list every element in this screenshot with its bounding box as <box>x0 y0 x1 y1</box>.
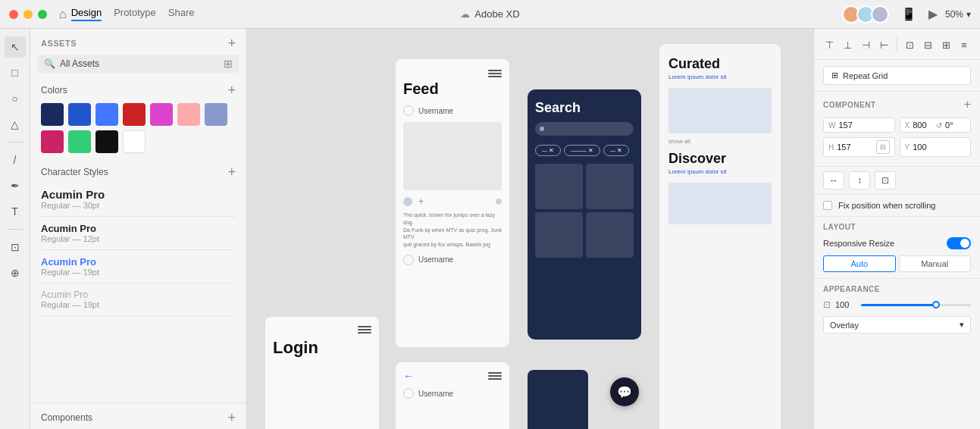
show-all-link[interactable]: show all <box>668 138 772 145</box>
post-menu-icon[interactable] <box>488 372 502 380</box>
char-style-item-2[interactable]: Acumin Pro Regular — 12pt <box>41 217 236 250</box>
auto-manual-row: Auto Manual <box>823 255 971 272</box>
color-swatch-periwinkle[interactable] <box>205 103 227 126</box>
back-arrow-icon[interactable]: ← <box>403 370 414 382</box>
home-icon[interactable]: ⌂ <box>59 8 67 21</box>
frame-login[interactable]: Login <box>265 317 379 429</box>
flip-v-icon[interactable]: ↕ <box>849 171 870 189</box>
width-value: 157 <box>838 121 889 130</box>
pill-3[interactable]: — ✕ <box>603 145 629 156</box>
color-swatch-black[interactable] <box>95 130 118 153</box>
color-swatch-magenta[interactable] <box>41 130 64 153</box>
maximize-button[interactable] <box>38 10 47 19</box>
color-swatch-green[interactable] <box>68 130 91 153</box>
char-style-item-4[interactable]: Acumin Pro Regular — 19pt <box>41 283 236 316</box>
zoom-control[interactable]: 50% ▾ <box>945 9 971 20</box>
select-tool[interactable]: ↖ <box>5 36 26 58</box>
login-menu-icon[interactable] <box>358 326 371 333</box>
nav-share[interactable]: Share <box>168 7 195 21</box>
search-input-bar[interactable] <box>535 122 634 136</box>
responsive-toggle[interactable] <box>947 237 971 249</box>
distribute-equal-icon[interactable]: ⊞ <box>938 35 954 55</box>
component-tool[interactable]: ⊡ <box>5 236 26 258</box>
line-tool[interactable]: / <box>5 149 26 171</box>
close-button[interactable] <box>9 10 18 19</box>
frame-feed[interactable]: Feed Username + The quick, brown fox jum… <box>396 59 509 347</box>
chat-bubble-button[interactable]: 💬 <box>610 377 639 406</box>
grid-view-icon[interactable]: ⊞ <box>224 58 233 70</box>
frame-curated[interactable]: Curated Lorem ipsum dolor sit show all D… <box>659 44 781 429</box>
titlebar-center: ☁ Adobe XD <box>460 8 519 20</box>
frame-search-2[interactable] <box>528 370 588 429</box>
flip-h-icon[interactable]: ↔ <box>823 171 844 189</box>
search-bar: 🔍 ⊞ <box>38 55 239 73</box>
cloud-icon: ☁ <box>460 8 470 20</box>
align-bottom-icon[interactable]: ⊣ <box>858 35 875 55</box>
width-field[interactable]: W 157 <box>823 117 895 133</box>
device-icon[interactable]: 📱 <box>901 7 916 21</box>
repeat-grid-section: ⊞ Repeat Grid <box>814 60 980 92</box>
play-icon[interactable]: ▶ <box>928 7 938 21</box>
minimize-button[interactable] <box>23 10 33 19</box>
overlay-select[interactable]: Overlay ▾ <box>823 316 971 333</box>
triangle-tool[interactable]: △ <box>5 114 26 135</box>
responsive-label: Responsive Resize <box>823 239 894 248</box>
mask-icon[interactable]: ⊡ <box>875 171 896 189</box>
char-meta-2: Regular — 12pt <box>41 234 236 243</box>
add-icon[interactable]: + <box>418 196 424 207</box>
color-swatch-lightblue[interactable] <box>95 103 118 126</box>
pill-2[interactable]: ——— ✕ <box>564 145 600 156</box>
rectangle-tool[interactable]: □ <box>5 62 26 83</box>
char-style-item-3[interactable]: Acumin Pro Regular — 19pt <box>41 250 236 283</box>
align-middle-icon[interactable]: ⊥ <box>840 35 856 55</box>
pill-1[interactable]: — ✕ <box>535 145 561 156</box>
char-styles-add-button[interactable]: + <box>227 165 236 179</box>
nav-prototype[interactable]: Prototype <box>114 7 156 21</box>
frame-post[interactable]: ← Username <box>396 362 509 429</box>
color-swatch-lightpink[interactable] <box>177 103 200 126</box>
x-value: 800 <box>913 121 933 130</box>
nav-design[interactable]: Design <box>71 7 102 21</box>
component-label: COMPONENT <box>823 101 876 109</box>
color-swatch-pink[interactable] <box>150 103 173 126</box>
colors-add-button[interactable]: + <box>227 83 236 97</box>
component-add-button[interactable]: + <box>964 98 971 111</box>
text-tool[interactable]: T <box>5 201 26 222</box>
align-right-icon[interactable]: ⊢ <box>875 35 892 55</box>
repeat-grid-button[interactable]: ⊞ Repeat Grid <box>823 66 971 85</box>
components-add-button[interactable]: + <box>227 411 236 424</box>
color-swatch-blue[interactable] <box>68 103 91 126</box>
responsive-row: Responsive Resize <box>823 237 971 249</box>
distribute-h-icon[interactable]: ⊡ <box>902 35 919 55</box>
tidy-icon[interactable]: ≡ <box>956 35 972 55</box>
manual-button[interactable]: Manual <box>899 255 972 272</box>
canvas[interactable]: Feed Username + The quick, brown fox jum… <box>247 29 813 429</box>
zoom-tool[interactable]: ⊕ <box>5 262 26 283</box>
char-style-item-1[interactable]: Acumin Pro Regular — 30pt <box>41 182 236 217</box>
link-proportions-icon[interactable]: ⊟ <box>876 140 890 154</box>
avatar-group <box>842 5 889 23</box>
color-swatch-darkblue[interactable] <box>41 103 64 126</box>
search-input[interactable] <box>60 58 219 69</box>
opacity-slider[interactable] <box>861 304 971 306</box>
overlay-label: Overlay <box>830 321 859 330</box>
color-swatch-white[interactable] <box>123 130 146 153</box>
distribute-v-icon[interactable]: ⊟ <box>920 35 937 55</box>
width-label: W <box>828 121 835 130</box>
more-icon[interactable] <box>496 199 502 205</box>
assets-add-button[interactable]: + <box>227 36 236 50</box>
like-icon[interactable] <box>403 197 412 206</box>
pen-tool[interactable]: ✒ <box>5 175 26 196</box>
frame-search[interactable]: Search — ✕ ——— ✕ — ✕ <box>528 89 641 340</box>
align-top-icon[interactable]: ⊤ <box>822 35 838 55</box>
y-field[interactable]: Y 100 <box>900 137 972 157</box>
fix-position-checkbox[interactable] <box>823 201 832 210</box>
x-field[interactable]: X 800 ↺ 0° <box>900 117 972 133</box>
auto-button[interactable]: Auto <box>823 255 896 272</box>
height-field[interactable]: H 157 ⊟ <box>823 137 895 157</box>
color-swatch-red[interactable] <box>123 103 146 126</box>
login-title: Login <box>273 338 371 358</box>
ellipse-tool[interactable]: ○ <box>5 88 26 109</box>
panel-header: ASSETS + <box>30 29 246 55</box>
feed-menu-icon[interactable] <box>488 70 502 77</box>
